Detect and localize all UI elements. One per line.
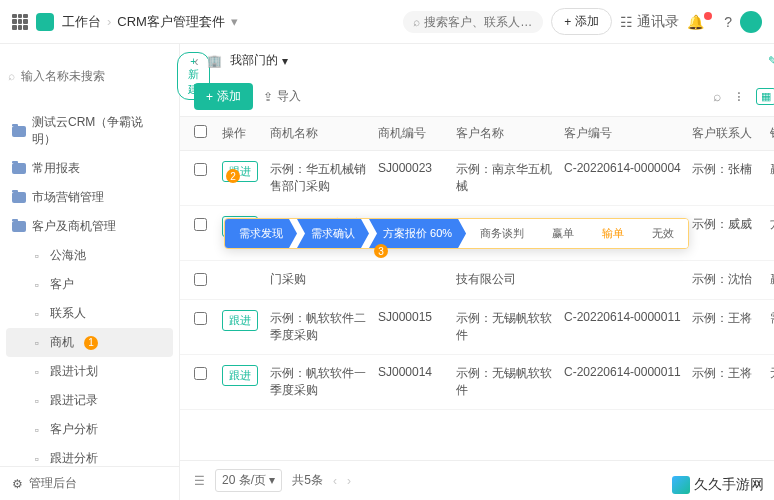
sidebar-item-1[interactable]: 常用报表 [0,154,179,183]
doc-icon: ▫ [30,308,44,320]
row-checkbox[interactable] [194,163,207,176]
layout-icon[interactable]: ☰ [194,474,205,488]
follow-button[interactable]: 跟进 [222,365,258,386]
search-icon: ⌕ [8,69,15,83]
department-selector[interactable]: 我部门的 ▾ [230,52,288,69]
view-cards-icon[interactable]: ▦ [756,88,774,105]
cell-contact: 示例：王将 [692,310,762,327]
cell-name: 门采购 [270,271,370,288]
pipeline-stage-0[interactable]: 需求发现 [225,219,297,248]
sidebar-item-label: 跟进计划 [50,363,98,380]
sidebar-item-3[interactable]: 客户及商机管理 [0,212,179,241]
follow-button[interactable]: 跟进 [222,310,258,331]
admin-label: 管理后台 [29,475,77,492]
sidebar-item-label: 公海池 [50,247,86,264]
filter-icon[interactable]: ⫶ [735,88,742,105]
header-add-button[interactable]: + 添加 [551,8,612,35]
sidebar-item-7[interactable]: ▫商机1 [6,328,173,357]
doc-icon: ▫ [30,279,44,291]
cell-contact: 示例：威威 [692,216,762,233]
cell-code: SJ000015 [378,310,448,324]
pipeline-stage-4[interactable]: 赢单 [538,219,588,248]
page-size-label: 20 条/页 [222,473,266,487]
col-name[interactable]: 商机名称 [270,125,370,142]
global-search[interactable]: ⌕ [403,11,543,33]
sidebar-item-5[interactable]: ▫客户 [0,270,179,299]
breadcrumb-workbench[interactable]: 工作台 [62,13,101,31]
sidebar-item-6[interactable]: ▫联系人 [0,299,179,328]
contacts-icon: ☷ [620,14,633,30]
col-cust[interactable]: 客户名称 [456,125,556,142]
watermark: 久久手游网 [672,476,764,494]
select-all-checkbox[interactable] [194,125,207,138]
building-icon: 🏢 [207,54,222,68]
collapse-sidebar-icon[interactable]: ‹ [194,53,199,69]
sidebar-item-label: 客户及商机管理 [32,218,116,235]
sidebar-item-label: 市场营销管理 [32,189,104,206]
cell-cust: 技有限公司 [456,271,556,288]
sidebar-item-11[interactable]: ▫跟进分析 [0,444,179,466]
pipeline-stage-3[interactable]: 商务谈判 [466,219,538,248]
search-icon[interactable]: ⌕ [713,88,721,105]
sidebar-footer[interactable]: ⚙ 管理后台 [0,466,179,500]
help-button[interactable]: ? [724,14,732,30]
doc-icon: ▫ [30,424,44,436]
sidebar-item-8[interactable]: ▫跟进计划 [0,357,179,386]
data-table: 操作 商机名称 商机编号 客户名称 客户编号 客户联系人 销售阶段 跟进示例：华… [180,116,774,460]
table-row[interactable]: 跟进示例：帆软软件一季度采购SJ000014示例：无锡帆软软件C-2022061… [180,355,774,410]
watermark-logo [672,476,690,494]
table-row[interactable]: 跟进示例：华五机械销售部门采购SJ000023示例：南京华五机械C-202206… [180,151,774,206]
doc-icon: ▫ [30,395,44,407]
cell-cust: 示例：南京华五机械 [456,161,556,195]
sidebar-item-label: 联系人 [50,305,86,322]
toolbar: + 添加 ⇪ 导入 ⌕ ⫶ ▦ ⟳ ⋯ [180,77,774,116]
col-stage[interactable]: 销售阶段 [770,125,774,142]
pipeline-stage-6[interactable]: 无效 [638,219,688,248]
row-checkbox[interactable] [194,312,207,325]
add-record-button[interactable]: + 添加 [194,83,253,110]
notifications-button[interactable]: 🔔 [687,14,716,30]
cell-stage: 方案报价 [770,216,774,233]
sidebar-item-0[interactable]: 测试云CRM（争霸说明） [0,108,179,154]
sidebar-item-9[interactable]: ▫跟进记录 [0,386,179,415]
total-count: 共5条 [292,472,323,489]
watermark-text: 久久手游网 [694,476,764,494]
sidebar-item-2[interactable]: 市场营销管理 [0,183,179,212]
breadcrumb: 工作台 › CRM客户管理套件 ▾ [62,13,238,31]
col-code[interactable]: 商机编号 [378,125,448,142]
search-input[interactable] [424,15,533,29]
folder-icon [12,192,26,204]
user-avatar[interactable] [740,11,762,33]
col-contact[interactable]: 客户联系人 [692,125,762,142]
cell-cust: 示例：无锡帆软软件 [456,365,556,399]
table-row[interactable]: 门采购技有限公司示例：沈怡赢单 [180,261,774,300]
cell-name: 示例：华五机械销售部门采购 [270,161,370,195]
row-checkbox[interactable] [194,367,207,380]
pipeline-stage-5[interactable]: 输单 [588,219,638,248]
row-checkbox[interactable] [194,273,207,286]
row-checkbox[interactable] [194,218,207,231]
page-size-selector[interactable]: 20 条/页 ▾ [215,469,282,492]
pipeline-stage-1[interactable]: 需求确认 [297,219,369,248]
doc-icon: ▫ [30,366,44,378]
cell-custcode: C-20220614-0000011 [564,310,684,324]
sidebar-badge: 1 [84,336,98,350]
sidebar-item-label: 跟进分析 [50,450,98,466]
table-row[interactable]: 跟进示例：帆软软件二季度采购SJ000015示例：无锡帆软软件C-2022061… [180,300,774,355]
dropdown-icon[interactable]: ▾ [231,14,238,29]
sidebar-search-input[interactable] [21,69,171,83]
sidebar-item-4[interactable]: ▫公海池 [0,241,179,270]
toolbar-right: ⌕ ⫶ ▦ ⟳ ⋯ [713,88,774,105]
next-page-icon[interactable]: › [347,474,351,488]
notification-dot [704,12,712,20]
breadcrumb-suite[interactable]: CRM客户管理套件 [117,13,225,31]
prev-page-icon[interactable]: ‹ [333,474,337,488]
sidebar-item-label: 客户分析 [50,421,98,438]
apps-grid-icon[interactable] [12,14,28,30]
contacts-button[interactable]: ☷ 通讯录 [620,13,679,31]
chevron-right-icon: › [107,14,111,29]
col-custcode[interactable]: 客户编号 [564,125,684,142]
edit-form-button[interactable]: ✎ 编辑表单 [768,52,774,69]
sidebar-item-10[interactable]: ▫客户分析 [0,415,179,444]
import-button[interactable]: ⇪ 导入 [263,88,301,105]
